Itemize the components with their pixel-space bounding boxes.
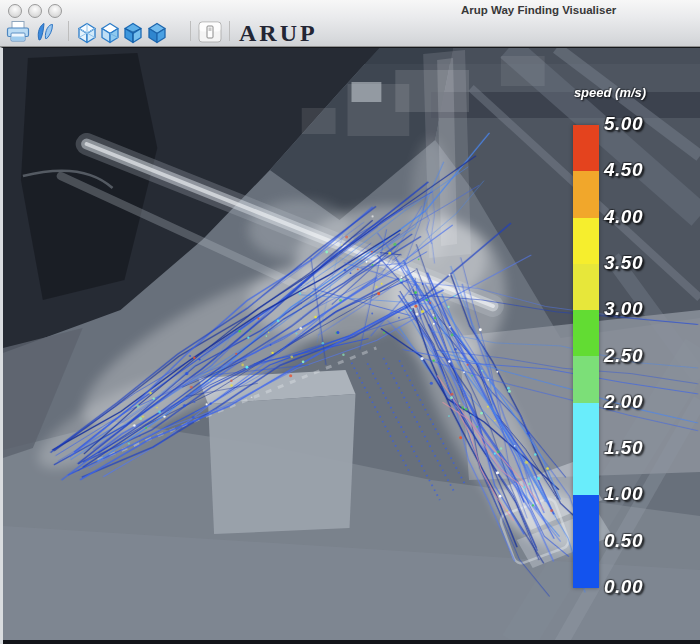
agent-speck — [487, 406, 489, 408]
agent-speck — [429, 302, 431, 304]
agent-speck — [448, 360, 450, 362]
agent-speck — [185, 372, 188, 375]
agent-speck — [366, 261, 368, 263]
agent-speck — [314, 316, 317, 319]
scene-canvas — [3, 48, 700, 644]
toolbar-separator — [190, 21, 191, 41]
print-button[interactable] — [5, 19, 31, 45]
cube-hiddenline-icon — [98, 20, 122, 45]
agent-speck — [401, 276, 403, 278]
agent-speck — [128, 442, 130, 444]
agent-speck — [153, 397, 155, 399]
agent-speck — [537, 477, 540, 480]
agent-speck — [235, 353, 237, 355]
agent-speck — [271, 352, 273, 354]
agent-speck — [339, 299, 342, 302]
agent-speck — [136, 405, 139, 408]
agent-speck — [546, 467, 549, 470]
agent-speck — [377, 292, 380, 295]
agent-speck — [470, 414, 472, 416]
agent-speck — [268, 332, 270, 334]
window-bottom-edge — [3, 640, 700, 644]
agent-speck — [270, 344, 272, 346]
agent-speck — [451, 393, 454, 396]
agent-speck — [415, 313, 418, 316]
agent-speck — [494, 420, 496, 422]
agent-speck — [421, 357, 424, 360]
view-solid-button[interactable] — [144, 19, 170, 45]
agent-speck — [241, 364, 244, 367]
agent-speck — [418, 258, 420, 260]
agent-speck — [198, 358, 200, 360]
view-transparent-button[interactable] — [120, 19, 146, 45]
app-window: Arup Way Finding Visualiser — [0, 0, 700, 644]
agent-speck — [393, 243, 396, 246]
agent-speck — [345, 235, 348, 238]
agent-speck — [507, 387, 510, 390]
agent-speck — [156, 407, 158, 409]
agent-speck — [528, 482, 531, 485]
agent-speck — [471, 375, 473, 377]
agent-speck — [322, 342, 325, 345]
agent-speck — [461, 406, 464, 409]
agent-speck — [247, 337, 249, 339]
agent-speck — [192, 416, 195, 419]
agent-speck — [497, 450, 500, 453]
agent-speck — [371, 251, 373, 253]
agent-speck — [183, 404, 186, 407]
zoom-button[interactable] — [48, 4, 62, 18]
agent-speck — [508, 390, 511, 393]
agent-speck — [277, 320, 280, 323]
agent-speck — [448, 306, 450, 308]
agent-speck — [532, 504, 534, 506]
agent-speck — [350, 272, 352, 274]
agent-speck — [494, 452, 496, 454]
agent-speck — [133, 424, 135, 426]
agent-speck — [449, 326, 451, 328]
pen-icon — [33, 20, 57, 44]
agent-speck — [480, 412, 483, 415]
agent-speck — [467, 364, 469, 366]
agent-speck — [448, 274, 450, 276]
agent-speck — [344, 269, 347, 272]
agent-speck — [383, 332, 385, 334]
agent-speck — [325, 251, 328, 254]
cube-wireframe-icon — [75, 20, 99, 45]
agent-speck — [193, 401, 195, 403]
agent-speck — [302, 360, 305, 363]
agent-speck — [290, 355, 293, 358]
agent-speck — [158, 411, 161, 414]
agent-speck — [230, 379, 232, 381]
viewport-3d[interactable]: speed (m/s) 5.004.504.003.503.002.502.00… — [0, 47, 700, 644]
agent-speck — [506, 509, 508, 511]
agent-speck — [425, 299, 427, 301]
agent-speck — [388, 252, 391, 255]
agent-speck — [550, 509, 553, 512]
agent-speck — [434, 317, 436, 319]
agent-speck — [465, 408, 468, 411]
agent-speck — [245, 366, 248, 369]
agent-speck — [190, 386, 193, 389]
agent-speck — [514, 445, 516, 447]
agent-speck — [163, 415, 165, 417]
agent-speck — [371, 215, 373, 217]
agent-speck — [479, 328, 482, 331]
agent-speck — [357, 268, 359, 270]
agent-speck — [251, 396, 253, 398]
agent-speck — [500, 447, 502, 449]
agent-speck — [209, 380, 211, 382]
agent-speck — [299, 327, 302, 330]
agent-speck — [454, 295, 456, 297]
agent-speck — [398, 317, 400, 319]
agent-speck — [496, 371, 498, 373]
panel-toggle-button[interactable] — [197, 19, 223, 45]
agent-speck — [249, 330, 251, 332]
minimize-button[interactable] — [28, 4, 42, 18]
agent-speck — [342, 354, 344, 356]
agent-speck — [414, 305, 417, 308]
agent-speck — [430, 382, 433, 385]
agent-speck — [289, 374, 292, 377]
draw-button[interactable] — [32, 19, 58, 45]
toolbar-separator — [68, 21, 69, 41]
close-button[interactable] — [8, 4, 22, 18]
